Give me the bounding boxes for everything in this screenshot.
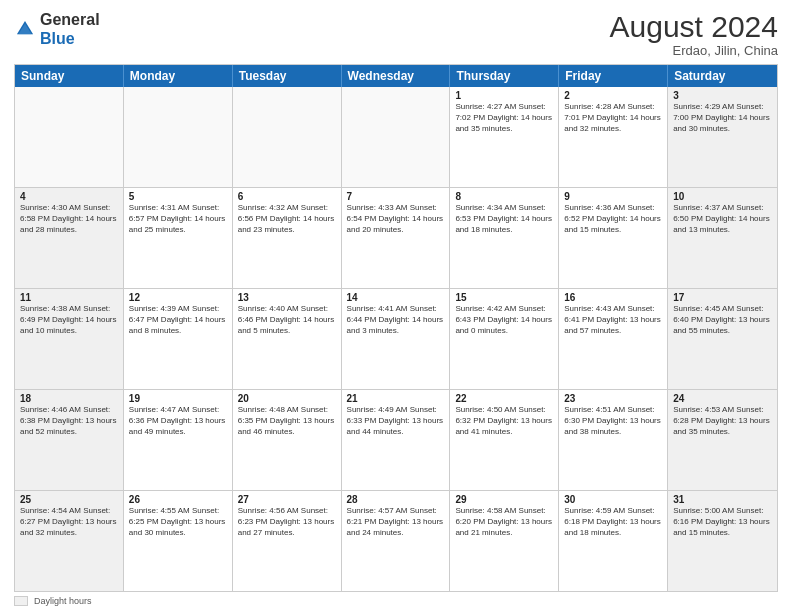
cell-content: Sunrise: 4:28 AM Sunset: 7:01 PM Dayligh… [564, 102, 662, 134]
cal-cell: 18Sunrise: 4:46 AM Sunset: 6:38 PM Dayli… [15, 390, 124, 490]
day-number: 9 [564, 191, 662, 202]
cal-cell: 11Sunrise: 4:38 AM Sunset: 6:49 PM Dayli… [15, 289, 124, 389]
cell-content: Sunrise: 4:37 AM Sunset: 6:50 PM Dayligh… [673, 203, 772, 235]
day-number: 8 [455, 191, 553, 202]
day-number: 4 [20, 191, 118, 202]
cell-content: Sunrise: 4:29 AM Sunset: 7:00 PM Dayligh… [673, 102, 772, 134]
day-number: 29 [455, 494, 553, 505]
cal-cell: 29Sunrise: 4:58 AM Sunset: 6:20 PM Dayli… [450, 491, 559, 591]
cell-content: Sunrise: 4:59 AM Sunset: 6:18 PM Dayligh… [564, 506, 662, 538]
cal-header-day: Friday [559, 65, 668, 87]
logo: General Blue [14, 10, 100, 48]
cell-content: Sunrise: 4:36 AM Sunset: 6:52 PM Dayligh… [564, 203, 662, 235]
cell-content: Sunrise: 4:54 AM Sunset: 6:27 PM Dayligh… [20, 506, 118, 538]
day-number: 18 [20, 393, 118, 404]
cal-cell: 21Sunrise: 4:49 AM Sunset: 6:33 PM Dayli… [342, 390, 451, 490]
day-number: 5 [129, 191, 227, 202]
title-block: August 2024 Erdao, Jilin, China [610, 10, 778, 58]
cal-cell [233, 87, 342, 187]
cell-content: Sunrise: 4:30 AM Sunset: 6:58 PM Dayligh… [20, 203, 118, 235]
cell-content: Sunrise: 4:42 AM Sunset: 6:43 PM Dayligh… [455, 304, 553, 336]
legend-label: Daylight hours [34, 596, 92, 606]
cell-content: Sunrise: 4:56 AM Sunset: 6:23 PM Dayligh… [238, 506, 336, 538]
day-number: 1 [455, 90, 553, 101]
day-number: 19 [129, 393, 227, 404]
cal-cell: 16Sunrise: 4:43 AM Sunset: 6:41 PM Dayli… [559, 289, 668, 389]
day-number: 30 [564, 494, 662, 505]
day-number: 27 [238, 494, 336, 505]
day-number: 28 [347, 494, 445, 505]
cal-cell: 12Sunrise: 4:39 AM Sunset: 6:47 PM Dayli… [124, 289, 233, 389]
cal-header-day: Wednesday [342, 65, 451, 87]
day-number: 10 [673, 191, 772, 202]
cal-cell [342, 87, 451, 187]
cal-cell [124, 87, 233, 187]
day-number: 26 [129, 494, 227, 505]
day-number: 13 [238, 292, 336, 303]
cal-cell: 28Sunrise: 4:57 AM Sunset: 6:21 PM Dayli… [342, 491, 451, 591]
logo-text: General Blue [40, 10, 100, 48]
cell-content: Sunrise: 4:49 AM Sunset: 6:33 PM Dayligh… [347, 405, 445, 437]
cal-header-day: Tuesday [233, 65, 342, 87]
cal-row: 18Sunrise: 4:46 AM Sunset: 6:38 PM Dayli… [15, 390, 777, 491]
cell-content: Sunrise: 4:31 AM Sunset: 6:57 PM Dayligh… [129, 203, 227, 235]
day-number: 20 [238, 393, 336, 404]
cal-cell: 22Sunrise: 4:50 AM Sunset: 6:32 PM Dayli… [450, 390, 559, 490]
page: General Blue August 2024 Erdao, Jilin, C… [0, 0, 792, 612]
cal-header-day: Thursday [450, 65, 559, 87]
cell-content: Sunrise: 4:39 AM Sunset: 6:47 PM Dayligh… [129, 304, 227, 336]
cal-cell: 20Sunrise: 4:48 AM Sunset: 6:35 PM Dayli… [233, 390, 342, 490]
cal-cell: 30Sunrise: 4:59 AM Sunset: 6:18 PM Dayli… [559, 491, 668, 591]
cal-row: 4Sunrise: 4:30 AM Sunset: 6:58 PM Daylig… [15, 188, 777, 289]
day-number: 24 [673, 393, 772, 404]
day-number: 21 [347, 393, 445, 404]
cal-cell: 9Sunrise: 4:36 AM Sunset: 6:52 PM Daylig… [559, 188, 668, 288]
day-number: 31 [673, 494, 772, 505]
cell-content: Sunrise: 4:48 AM Sunset: 6:35 PM Dayligh… [238, 405, 336, 437]
cal-cell: 1Sunrise: 4:27 AM Sunset: 7:02 PM Daylig… [450, 87, 559, 187]
day-number: 14 [347, 292, 445, 303]
header: General Blue August 2024 Erdao, Jilin, C… [14, 10, 778, 58]
cell-content: Sunrise: 4:27 AM Sunset: 7:02 PM Dayligh… [455, 102, 553, 134]
cal-header-day: Saturday [668, 65, 777, 87]
cell-content: Sunrise: 4:57 AM Sunset: 6:21 PM Dayligh… [347, 506, 445, 538]
cal-cell: 13Sunrise: 4:40 AM Sunset: 6:46 PM Dayli… [233, 289, 342, 389]
logo-icon [14, 18, 36, 40]
day-number: 16 [564, 292, 662, 303]
cal-cell: 23Sunrise: 4:51 AM Sunset: 6:30 PM Dayli… [559, 390, 668, 490]
day-number: 12 [129, 292, 227, 303]
cell-content: Sunrise: 4:32 AM Sunset: 6:56 PM Dayligh… [238, 203, 336, 235]
day-number: 22 [455, 393, 553, 404]
cal-cell: 27Sunrise: 4:56 AM Sunset: 6:23 PM Dayli… [233, 491, 342, 591]
legend-box [14, 596, 28, 606]
cal-cell: 3Sunrise: 4:29 AM Sunset: 7:00 PM Daylig… [668, 87, 777, 187]
cell-content: Sunrise: 4:45 AM Sunset: 6:40 PM Dayligh… [673, 304, 772, 336]
day-number: 2 [564, 90, 662, 101]
calendar-body: 1Sunrise: 4:27 AM Sunset: 7:02 PM Daylig… [15, 87, 777, 591]
cal-cell: 15Sunrise: 4:42 AM Sunset: 6:43 PM Dayli… [450, 289, 559, 389]
cal-row: 11Sunrise: 4:38 AM Sunset: 6:49 PM Dayli… [15, 289, 777, 390]
logo-general: General [40, 11, 100, 28]
day-number: 6 [238, 191, 336, 202]
month-year: August 2024 [610, 10, 778, 43]
cell-content: Sunrise: 4:38 AM Sunset: 6:49 PM Dayligh… [20, 304, 118, 336]
calendar: SundayMondayTuesdayWednesdayThursdayFrid… [14, 64, 778, 592]
cal-cell: 14Sunrise: 4:41 AM Sunset: 6:44 PM Dayli… [342, 289, 451, 389]
cal-cell: 7Sunrise: 4:33 AM Sunset: 6:54 PM Daylig… [342, 188, 451, 288]
cal-header-day: Monday [124, 65, 233, 87]
day-number: 7 [347, 191, 445, 202]
cell-content: Sunrise: 4:55 AM Sunset: 6:25 PM Dayligh… [129, 506, 227, 538]
calendar-header: SundayMondayTuesdayWednesdayThursdayFrid… [15, 65, 777, 87]
cal-cell: 17Sunrise: 4:45 AM Sunset: 6:40 PM Dayli… [668, 289, 777, 389]
cell-content: Sunrise: 4:34 AM Sunset: 6:53 PM Dayligh… [455, 203, 553, 235]
day-number: 17 [673, 292, 772, 303]
cell-content: Sunrise: 4:58 AM Sunset: 6:20 PM Dayligh… [455, 506, 553, 538]
cal-cell [15, 87, 124, 187]
cell-content: Sunrise: 4:50 AM Sunset: 6:32 PM Dayligh… [455, 405, 553, 437]
cell-content: Sunrise: 4:43 AM Sunset: 6:41 PM Dayligh… [564, 304, 662, 336]
cal-cell: 19Sunrise: 4:47 AM Sunset: 6:36 PM Dayli… [124, 390, 233, 490]
logo-blue: Blue [40, 30, 75, 47]
cal-cell: 6Sunrise: 4:32 AM Sunset: 6:56 PM Daylig… [233, 188, 342, 288]
cell-content: Sunrise: 4:53 AM Sunset: 6:28 PM Dayligh… [673, 405, 772, 437]
cell-content: Sunrise: 4:41 AM Sunset: 6:44 PM Dayligh… [347, 304, 445, 336]
